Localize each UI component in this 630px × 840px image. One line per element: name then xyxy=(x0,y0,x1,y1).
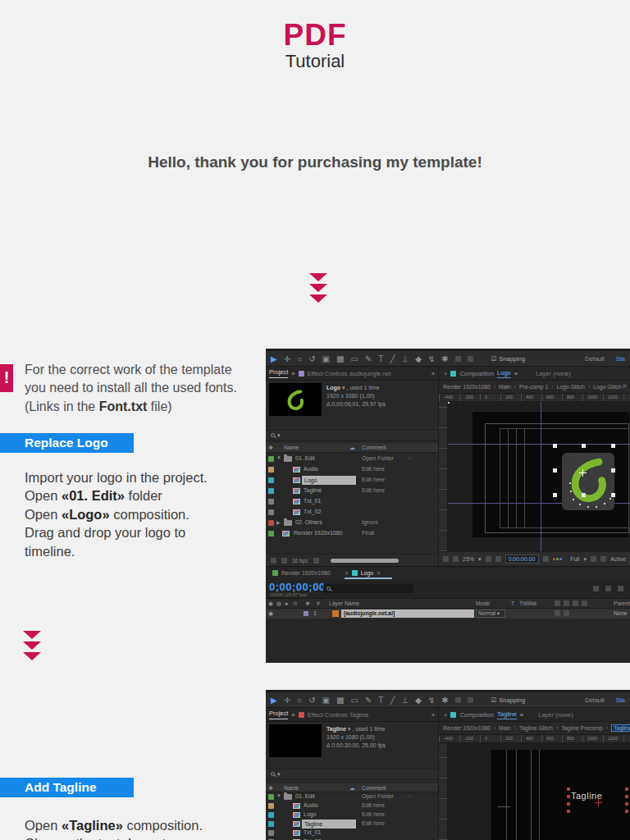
layer-switch-icon[interactable] xyxy=(564,610,569,616)
tab-composition-name[interactable]: Logo xyxy=(497,369,511,378)
snapping-checkbox[interactable]: ☑ xyxy=(491,355,497,363)
snapshot-camera-icon[interactable] xyxy=(543,556,549,562)
rotobrush-tool-icon[interactable]: ↯ xyxy=(428,696,435,705)
selection-handle[interactable] xyxy=(611,468,615,472)
tab-composition-label[interactable]: Composition xyxy=(459,370,494,377)
zoom-caret-icon[interactable]: ▾ xyxy=(478,556,482,563)
solo-column-icon[interactable]: ● xyxy=(285,600,288,606)
layer-switch-icon[interactable] xyxy=(555,610,560,616)
row-name[interactable]: Render 1920x1080 xyxy=(294,530,343,536)
magnification-icon[interactable] xyxy=(453,556,459,562)
tab-project[interactable]: Project xyxy=(269,368,288,378)
breadcrumb-item[interactable]: Pre-comp 1 xyxy=(519,384,548,390)
panel-menu-icon[interactable]: ≡ xyxy=(377,570,380,576)
row-name[interactable]: Tagline xyxy=(304,487,322,493)
project-row-render[interactable]: Render 1920x1080 Final xyxy=(266,528,439,539)
more-panels-icon[interactable]: » xyxy=(431,711,435,719)
anchor-point-icon[interactable] xyxy=(579,469,587,477)
breadcrumb-item[interactable]: Tagline Precomp xyxy=(561,725,603,731)
breadcrumb-item-active[interactable]: Tagline xyxy=(611,724,630,732)
bpc-label[interactable]: 16 bpc xyxy=(292,558,308,564)
label-color-chip[interactable] xyxy=(268,477,274,483)
project-search-bar[interactable]: ▾ xyxy=(266,769,439,779)
project-row-logo[interactable]: Logo Edit here xyxy=(266,810,439,819)
panel-menu-icon[interactable]: ≡ xyxy=(291,711,294,719)
camera-tool-icon[interactable]: ▣ xyxy=(322,696,330,705)
label-column-icon[interactable]: ❖ xyxy=(268,445,273,451)
project-row-txt01[interactable]: Txt_01 xyxy=(266,496,439,507)
close-tab-icon[interactable]: × xyxy=(444,711,447,719)
label-color-chip[interactable] xyxy=(268,794,274,800)
tab-layer[interactable]: Layer (none) xyxy=(538,711,573,719)
selection-handle[interactable] xyxy=(553,444,557,448)
label-color-chip[interactable] xyxy=(268,520,274,526)
pen-tool-icon[interactable]: ✎ xyxy=(365,696,372,705)
row-name[interactable]: Audio xyxy=(304,802,318,808)
label-color-chip[interactable] xyxy=(268,499,274,504)
project-row-01-edit[interactable]: ▼ 01. Edit Open Folder ∴ xyxy=(266,454,439,464)
horizontal-scrollbar[interactable] xyxy=(331,559,399,563)
panel-menu-icon[interactable]: ≡ xyxy=(514,370,518,377)
vertical-guide[interactable] xyxy=(541,402,541,551)
red-selection-handle[interactable] xyxy=(625,795,628,798)
shape-tool-icon[interactable]: ▭ xyxy=(350,354,358,363)
label-color-chip[interactable] xyxy=(268,531,274,536)
eraser-tool-icon[interactable]: ◆ xyxy=(415,354,422,363)
row-name[interactable]: 01. Edit xyxy=(295,793,315,799)
project-row-tagline[interactable]: Tagline Edit here xyxy=(266,486,439,496)
project-row-audio[interactable]: Audio Edit here xyxy=(266,801,439,810)
zoom-tool-icon[interactable]: ○ xyxy=(297,354,302,363)
workspace-default-button[interactable]: Default xyxy=(585,696,605,704)
zoom-level[interactable]: 25% xyxy=(463,556,474,562)
twirl-closed-icon[interactable]: ▶ xyxy=(276,519,281,525)
tab-logo-comp[interactable]: Logo xyxy=(361,570,374,576)
layer-color-chip[interactable] xyxy=(304,611,308,616)
label-column-icon[interactable]: ❖ xyxy=(268,785,273,792)
red-selection-handle[interactable] xyxy=(567,788,570,791)
lock-column-icon[interactable]: ⊙ xyxy=(293,600,298,607)
pen-tool-icon[interactable]: ✎ xyxy=(365,354,372,363)
project-row-logo-selected[interactable]: Logo Edit here xyxy=(266,475,439,486)
number-column[interactable]: # xyxy=(317,600,320,606)
brush-tool-icon[interactable]: ╱ xyxy=(390,696,395,705)
column-comment[interactable]: Comment xyxy=(362,445,386,450)
composition-viewport[interactable] xyxy=(448,402,630,551)
current-time-display[interactable]: 0;00;00;00 xyxy=(505,555,539,564)
video-column-icon[interactable]: ◉ xyxy=(268,600,273,607)
tab-effect-controls[interactable]: Effect Controls audiojungle.net xyxy=(308,370,391,377)
close-tab-icon[interactable]: × xyxy=(444,370,447,377)
breadcrumb-item[interactable]: Logo Glitch xyxy=(557,384,585,390)
breadcrumb-item[interactable]: Render 1920x1080 xyxy=(443,725,491,731)
project-row-txt01[interactable]: Txt_01 xyxy=(266,829,439,838)
column-t[interactable]: T xyxy=(511,600,514,606)
tab-effect-controls[interactable]: Effect Controls Tagline xyxy=(308,711,369,719)
project-row-tagline-selected[interactable]: Tagline Edit here xyxy=(266,819,439,829)
red-selection-handle[interactable] xyxy=(625,802,628,806)
snapping-checkbox[interactable]: ☑ xyxy=(491,696,497,704)
column-parent[interactable]: Parent xyxy=(614,600,630,606)
more-panels-icon[interactable]: » xyxy=(431,370,435,377)
new-folder-icon[interactable] xyxy=(281,558,287,564)
blend-mode-select[interactable]: Normal ▾ xyxy=(476,609,505,618)
project-search-bar[interactable]: ▾ xyxy=(266,430,439,441)
tab-composition-label[interactable]: Composition xyxy=(459,711,494,719)
breadcrumb-item[interactable]: Main xyxy=(499,725,511,731)
mask-toggle-icon[interactable] xyxy=(495,556,501,562)
row-name[interactable]: Txt_01 xyxy=(304,829,321,835)
selection-handle[interactable] xyxy=(582,444,586,448)
column-trkmat[interactable]: TrkMat xyxy=(519,600,536,606)
camera-tool-icon[interactable]: ▣ xyxy=(322,354,330,363)
project-row-02-others[interactable]: ▶ 02. Others Ignore xyxy=(266,518,439,528)
twirl-open-icon[interactable]: ▼ xyxy=(276,455,281,460)
timeline-search-input[interactable] xyxy=(323,584,413,593)
type-tool-icon[interactable]: T xyxy=(378,354,383,363)
draft-3d-icon[interactable] xyxy=(605,586,611,591)
clone-stamp-tool-icon[interactable]: ⊥ xyxy=(401,354,409,363)
zoom-tool-icon[interactable]: ○ xyxy=(297,696,302,705)
row-name[interactable]: Logo xyxy=(304,811,317,817)
puppet-pin-tool-icon[interactable]: ✱ xyxy=(441,354,448,363)
row-name[interactable]: 01. Edit xyxy=(295,455,315,461)
label-color-chip[interactable] xyxy=(268,509,274,515)
tab-render-comp[interactable]: Render 1920x1080 xyxy=(281,570,331,576)
layer-name-selected[interactable]: [audiojungle.net.ai] xyxy=(341,609,474,618)
